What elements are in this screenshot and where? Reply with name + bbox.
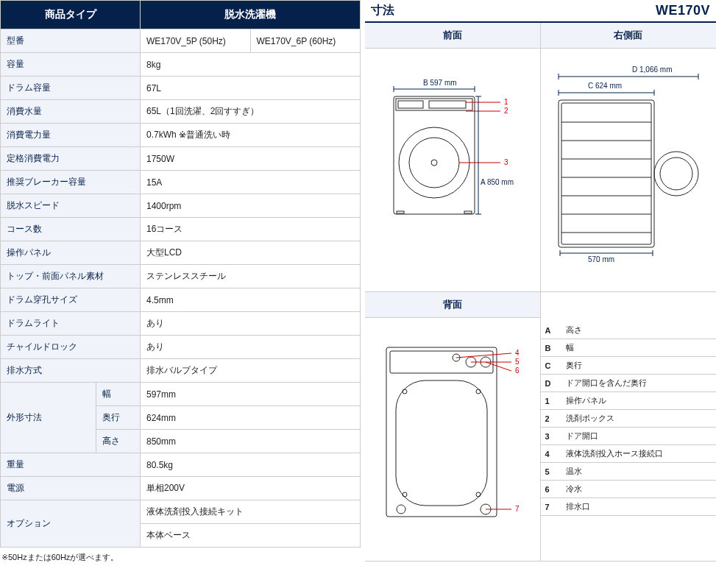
legend-6-val: 冷水 bbox=[561, 481, 717, 498]
svg-text:4: 4 bbox=[515, 349, 520, 357]
svg-rect-11 bbox=[464, 211, 472, 213]
legend-C-val: 奥行 bbox=[561, 357, 717, 375]
svg-line-57 bbox=[486, 362, 511, 371]
row-supply-label: 電源 bbox=[1, 477, 141, 500]
legend-table: A高さ B幅 C奥行 Dドア開口を含んだ奥行 1操作パネル 2洗剤ボックス 3ド… bbox=[541, 322, 717, 516]
legend-D-key: D bbox=[541, 375, 561, 392]
svg-point-48 bbox=[476, 389, 481, 394]
row-option-label: オプション bbox=[1, 500, 141, 548]
svg-rect-3 bbox=[394, 96, 475, 214]
row-dims-w: 597mm bbox=[141, 383, 361, 406]
row-powercons: 0.7kWh ※普通洗い時 bbox=[141, 124, 361, 147]
svg-text:5: 5 bbox=[515, 358, 520, 366]
header-model: 脱水洗濯機 bbox=[141, 1, 361, 29]
row-childlock: あり bbox=[141, 336, 361, 359]
legend-D-val: ドア開口を含んだ奥行 bbox=[561, 375, 717, 392]
panel-front: 前面 B 597 mm 1 bbox=[365, 23, 541, 292]
dim-A-label: A 850 mm bbox=[481, 178, 514, 186]
row-option-2: 本体ベース bbox=[141, 524, 361, 548]
svg-text:3: 3 bbox=[504, 158, 508, 166]
svg-rect-6 bbox=[429, 101, 466, 108]
header-type: 商品タイプ bbox=[1, 1, 141, 29]
legend-B-key: B bbox=[541, 339, 561, 357]
row-perf: 4.5mm bbox=[141, 288, 361, 312]
dim-base-label: 570 mm bbox=[588, 255, 614, 263]
row-dims-h-label: 高さ bbox=[96, 430, 141, 453]
row-panel-label: 操作パネル bbox=[1, 241, 141, 265]
panel-legend: A高さ B幅 C奥行 Dドア開口を含んだ奥行 1操作パネル 2洗剤ボックス 3ド… bbox=[541, 292, 717, 562]
row-supply: 単相200V bbox=[141, 477, 361, 500]
legend-4-key: 4 bbox=[541, 445, 561, 463]
model-no-1: WE170V_5P (50Hz) bbox=[141, 29, 251, 53]
row-breaker: 15A bbox=[141, 171, 361, 194]
row-weight: 80.5kg bbox=[141, 453, 361, 477]
legend-A-key: A bbox=[541, 322, 561, 339]
row-courses: 16コース bbox=[141, 218, 361, 241]
legend-2-val: 洗剤ボックス bbox=[561, 410, 717, 428]
row-drain: 排水バルブタイプ bbox=[141, 359, 361, 383]
panel-rightside-label: 右側面 bbox=[541, 23, 717, 49]
row-courses-label: コース数 bbox=[1, 218, 141, 241]
row-perf-label: ドラム穿孔サイズ bbox=[1, 288, 141, 312]
svg-point-49 bbox=[403, 492, 407, 497]
dim-C-label: C 624 mm bbox=[588, 82, 622, 90]
svg-text:7: 7 bbox=[515, 505, 520, 513]
row-dims-label: 外形寸法 bbox=[1, 383, 96, 453]
row-weight-label: 重量 bbox=[1, 453, 141, 477]
dim-B-label: B 597 mm bbox=[423, 79, 457, 87]
row-ratedpower-label: 定格消費電力 bbox=[1, 147, 141, 171]
svg-point-47 bbox=[403, 389, 407, 394]
legend-B-val: 幅 bbox=[561, 339, 717, 357]
legend-3-val: ドア開口 bbox=[561, 428, 717, 445]
row-water-label: 消費水量 bbox=[1, 100, 141, 124]
back-diagram-icon: 4 5 6 7 bbox=[368, 325, 537, 553]
svg-text:1: 1 bbox=[504, 98, 508, 106]
svg-rect-46 bbox=[396, 380, 487, 506]
row-drumcap: 67L bbox=[141, 77, 361, 100]
legend-1-key: 1 bbox=[541, 392, 561, 410]
legend-6-key: 6 bbox=[541, 481, 561, 498]
svg-point-36 bbox=[654, 152, 698, 196]
spec-table: 商品タイプ 脱水洗濯機 型番 WE170V_5P (50Hz) WE170V_6… bbox=[0, 0, 361, 548]
row-dims-d-label: 奥行 bbox=[96, 406, 141, 430]
dimensions-model: WE170V bbox=[656, 3, 710, 18]
svg-point-51 bbox=[397, 505, 405, 514]
legend-5-val: 温水 bbox=[561, 463, 717, 481]
side-diagram-icon: D 1,066 mm C 624 mm bbox=[544, 56, 713, 284]
legend-A-val: 高さ bbox=[561, 322, 717, 339]
row-light: あり bbox=[141, 312, 361, 336]
row-powercons-label: 消費電力量 bbox=[1, 124, 141, 147]
panel-front-label: 前面 bbox=[365, 23, 540, 49]
row-light-label: ドラムライト bbox=[1, 312, 141, 336]
row-dims-h: 850mm bbox=[141, 430, 361, 453]
svg-rect-5 bbox=[398, 101, 423, 108]
row-water: 65L（1回洗濯、2回すすぎ） bbox=[141, 100, 361, 124]
svg-point-8 bbox=[409, 138, 459, 188]
row-dims-w-label: 幅 bbox=[96, 383, 141, 406]
svg-text:6: 6 bbox=[515, 366, 520, 375]
svg-rect-10 bbox=[397, 211, 404, 213]
panel-back: 背面 4 5 6 bbox=[365, 292, 541, 562]
panel-back-label: 背面 bbox=[365, 292, 540, 318]
dimensions-title: 寸法 bbox=[371, 3, 394, 18]
row-drain-label: 排水方式 bbox=[1, 359, 141, 383]
row-childlock-label: チャイルドロック bbox=[1, 336, 141, 359]
row-material: ステンレススチール bbox=[141, 265, 361, 288]
legend-1-val: 操作パネル bbox=[561, 392, 717, 410]
row-spin: 1400rpm bbox=[141, 194, 361, 218]
svg-point-37 bbox=[660, 157, 692, 190]
row-panel: 大型LCD bbox=[141, 241, 361, 265]
svg-point-50 bbox=[476, 492, 481, 497]
svg-rect-4 bbox=[396, 99, 472, 110]
row-dims-d: 624mm bbox=[141, 406, 361, 430]
row-option-1: 液体洗剤投入接続キット bbox=[141, 500, 361, 524]
row-ratedpower: 1750W bbox=[141, 147, 361, 171]
legend-5-key: 5 bbox=[541, 463, 561, 481]
row-capacity: 8kg bbox=[141, 53, 361, 77]
svg-text:2: 2 bbox=[504, 107, 508, 115]
dimensions-header: 寸法 WE170V bbox=[365, 0, 716, 23]
panel-rightside: 右側面 D 1,066 mm C 624 mm bbox=[541, 23, 717, 292]
legend-2-key: 2 bbox=[541, 410, 561, 428]
footnote: ※50Hzまたは60Hzが選べます。 bbox=[0, 548, 361, 567]
row-spin-label: 脱水スピード bbox=[1, 194, 141, 218]
